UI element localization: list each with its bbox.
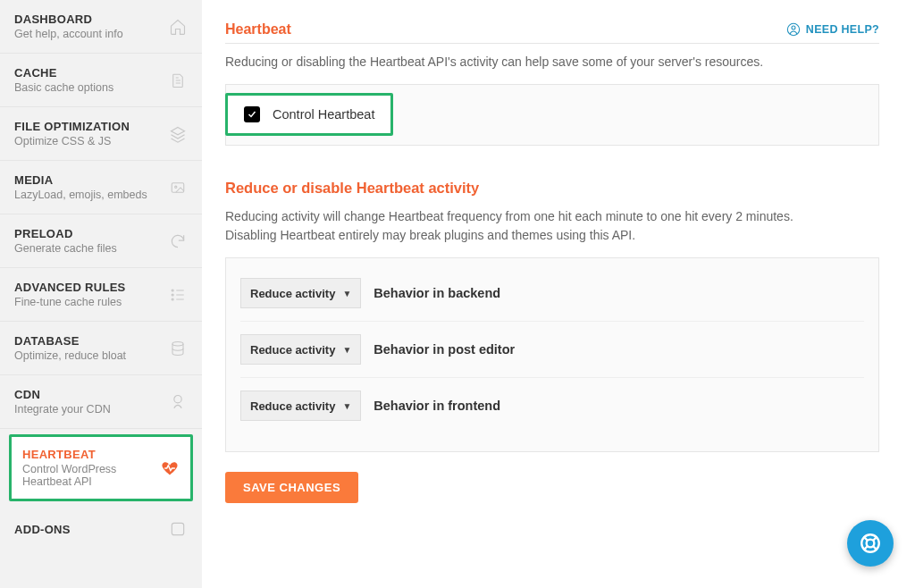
sidebar-item-title: CACHE (14, 66, 161, 80)
chevron-down-icon: ▼ (342, 401, 351, 411)
sidebar-item-advanced-rules[interactable]: ADVANCED RULES Fine-tune cache rules (0, 268, 202, 322)
sidebar-item-sub: LazyLoad, emojis, embeds (14, 189, 161, 201)
refresh-icon (168, 231, 188, 251)
sidebar-item-title: FILE OPTIMIZATION (14, 120, 161, 133)
sidebar: DASHBOARD Get help, account info CACHE B… (0, 0, 202, 588)
svg-point-11 (867, 540, 875, 548)
picture-icon (168, 178, 188, 197)
need-help-link[interactable]: NEED HELP? (786, 22, 879, 37)
svg-point-1 (175, 186, 177, 188)
option-label: Behavior in post editor (374, 342, 515, 357)
option-row-backend: Reduce activity ▼ Behavior in backend (240, 265, 864, 322)
sidebar-item-title: CDN (14, 388, 161, 401)
sidebar-item-preload[interactable]: PRELOAD Generate cache files (0, 214, 202, 268)
layers-icon (168, 124, 188, 144)
select-frontend-behavior[interactable]: Reduce activity ▼ (240, 391, 361, 421)
need-help-label: NEED HELP? (806, 23, 879, 36)
svg-point-9 (792, 26, 795, 29)
sidebar-item-title: PRELOAD (14, 227, 161, 240)
sidebar-item-title: MEDIA (14, 173, 161, 187)
sidebar-item-sub: Optimize, reduce bloat (14, 349, 161, 362)
control-heartbeat-checkbox-row[interactable]: Control Heartbeat (225, 93, 393, 136)
sidebar-item-sub: Optimize CSS & JS (14, 135, 161, 147)
sidebar-item-sub: Generate cache files (14, 242, 161, 255)
addons-icon (168, 519, 188, 539)
section2-desc-line2: Disabling Heartbeat entirely may break p… (225, 226, 879, 245)
chevron-down-icon: ▼ (342, 289, 351, 298)
sidebar-item-database[interactable]: DATABASE Optimize, reduce bloat (0, 322, 202, 375)
behavior-options-panel: Reduce activity ▼ Behavior in backend Re… (225, 257, 879, 452)
main-content: Heartbeat NEED HELP? Reducing or disabli… (202, 0, 915, 588)
sidebar-item-title: DASHBOARD (14, 13, 161, 26)
sidebar-item-cdn[interactable]: CDN Integrate your CDN (0, 375, 202, 429)
sidebar-item-file-optimization[interactable]: FILE OPTIMIZATION Optimize CSS & JS (0, 107, 202, 161)
select-value: Reduce activity (250, 343, 335, 357)
sidebar-item-sub: Basic cache options (14, 81, 161, 94)
svg-point-3 (172, 294, 173, 296)
sidebar-item-heartbeat[interactable]: HEARTBEAT Control WordPress Heartbeat AP… (9, 434, 193, 501)
list-icon (168, 285, 188, 305)
control-heartbeat-checkbox[interactable] (244, 106, 260, 122)
sidebar-item-sub: Integrate your CDN (14, 403, 161, 416)
sidebar-item-dashboard[interactable]: DASHBOARD Get help, account info (0, 0, 202, 54)
option-label: Behavior in frontend (374, 399, 500, 413)
help-fab-button[interactable] (847, 520, 894, 567)
section1-description: Reducing or disabling the Heartbeat API'… (225, 53, 879, 71)
select-value: Reduce activity (250, 399, 335, 413)
sidebar-item-media[interactable]: MEDIA LazyLoad, emojis, embeds (0, 161, 202, 214)
sidebar-item-title: HEARTBEAT (22, 448, 153, 461)
svg-point-2 (172, 290, 173, 291)
select-value: Reduce activity (250, 287, 335, 300)
life-ring-icon (859, 532, 882, 555)
heartbeat-icon (160, 458, 180, 478)
option-row-post-editor: Reduce activity ▼ Behavior in post edito… (240, 322, 864, 378)
cdn-icon (168, 392, 188, 412)
option-row-frontend: Reduce activity ▼ Behavior in frontend (240, 378, 864, 433)
database-icon (168, 339, 188, 358)
control-heartbeat-label: Control Heartbeat (273, 107, 374, 122)
section-title-heartbeat: Heartbeat (225, 21, 786, 38)
help-person-icon (786, 22, 801, 37)
sidebar-item-title: ADVANCED RULES (14, 281, 161, 294)
sidebar-item-sub: Control WordPress Heartbeat API (22, 463, 153, 488)
file-icon (168, 71, 188, 90)
section-header: Heartbeat NEED HELP? (225, 21, 879, 44)
select-backend-behavior[interactable]: Reduce activity ▼ (240, 278, 361, 308)
sidebar-item-sub: Fine-tune cache rules (14, 296, 161, 308)
reduce-disable-section: Reduce or disable Heartbeat activity Red… (225, 180, 879, 503)
sidebar-item-title: ADD-ONS (14, 523, 161, 536)
section-title-reduce: Reduce or disable Heartbeat activity (225, 180, 879, 197)
home-icon (168, 17, 188, 37)
sidebar-item-addons[interactable]: ADD-ONS (0, 507, 202, 551)
sidebar-item-sub: Get help, account info (14, 28, 161, 40)
section2-desc-line1: Reducing activity will change Heartbeat … (225, 207, 879, 226)
option-label: Behavior in backend (374, 286, 500, 300)
svg-rect-7 (172, 523, 183, 534)
svg-point-4 (172, 298, 173, 300)
sidebar-item-cache[interactable]: CACHE Basic cache options (0, 54, 202, 107)
select-post-editor-behavior[interactable]: Reduce activity ▼ (240, 334, 361, 365)
sidebar-item-title: DATABASE (14, 334, 161, 348)
save-changes-button[interactable]: SAVE CHANGES (225, 472, 358, 503)
control-heartbeat-panel: Control Heartbeat (225, 84, 879, 146)
chevron-down-icon: ▼ (342, 345, 351, 355)
svg-point-5 (172, 341, 183, 346)
svg-point-6 (174, 395, 181, 402)
